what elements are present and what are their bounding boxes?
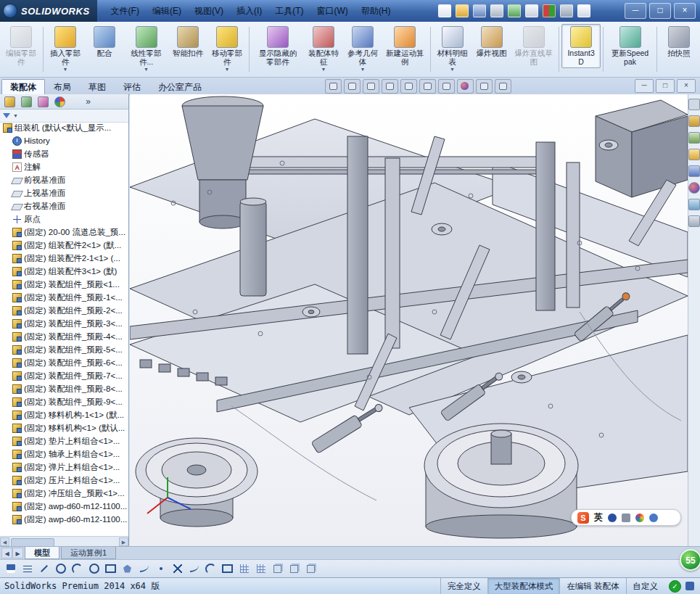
line-button[interactable]	[36, 561, 52, 577]
rebuild-button[interactable]	[542, 4, 556, 18]
open-button[interactable]	[455, 4, 469, 18]
zoom-area-icon[interactable]	[344, 79, 361, 94]
menu-item-H[interactable]: 帮助(H)	[355, 0, 398, 22]
smart-dimension-button[interactable]	[20, 561, 35, 577]
tree-item[interactable]: (固定) 轴承上料组合<1>...	[0, 447, 128, 461]
custom-properties-icon[interactable]	[688, 215, 700, 227]
tree-item[interactable]: (固定) 装配组件_预殿-7<...	[0, 369, 128, 382]
tree-item[interactable]: (固定) 20-00 流道总装_预...	[0, 226, 128, 239]
tab-装配体[interactable]: 装配体	[1, 79, 45, 94]
keyboard-icon[interactable]	[622, 513, 630, 522]
tree-item[interactable]: 传感器	[0, 147, 128, 160]
menu-item-T[interactable]: 工具(T)	[268, 0, 310, 22]
file-explorer-icon[interactable]	[688, 149, 700, 160]
menu-item-V[interactable]: 视图(V)	[188, 0, 230, 22]
window-minimize-button[interactable]: ─	[625, 3, 646, 19]
tree-item[interactable]: (固定) 装配组件_预殿-8<...	[0, 382, 128, 395]
ime-toolbar[interactable]: S 英	[571, 509, 681, 526]
tree-item[interactable]: (固定) 移料机构<1> (默认...	[0, 421, 128, 434]
previous-view-icon[interactable]	[363, 79, 379, 94]
collapse-arrow-icon[interactable]	[688, 99, 700, 110]
tree-item[interactable]: (固定) 装配组件_预殿<1...	[0, 278, 128, 291]
tree-item[interactable]: (固定) 装配组件_预殿-1<...	[0, 291, 128, 304]
save-button[interactable]	[472, 4, 487, 18]
graphics-viewport[interactable]: S 英	[130, 94, 688, 546]
doc-close-button[interactable]: ×	[677, 79, 696, 93]
zoom-fit-icon[interactable]	[325, 79, 342, 94]
trim-entities-button[interactable]	[170, 561, 185, 577]
tree-item[interactable]: (固定) 装配组件_预殿-4<...	[0, 330, 128, 343]
overlay-badge[interactable]: 55	[680, 549, 700, 571]
edit-appearance-icon[interactable]	[457, 79, 474, 94]
tree-item[interactable]: (固定) 移料机构-1<1> (默...	[0, 408, 128, 421]
tree-item[interactable]: (固定) awp-d60-m12-1100...	[0, 500, 128, 513]
ribbon-assembly-features-button[interactable]: 装配体特征▼	[304, 24, 343, 74]
panel-tab-display-manager[interactable]	[53, 96, 66, 107]
ribbon-speedpak-button[interactable]: 更新Speedpak	[606, 24, 654, 68]
tab-scroll-right-icon[interactable]: ▶	[12, 548, 23, 558]
settings-wrench-icon[interactable]	[649, 513, 658, 522]
tab-草图[interactable]: 草图	[80, 79, 115, 94]
print-button[interactable]	[490, 4, 504, 18]
window-maximize-button[interactable]: □	[649, 3, 671, 19]
linear-sketch-pattern-button[interactable]	[236, 561, 252, 577]
ribbon-insert-component-button[interactable]: 插入零部件▼	[46, 24, 85, 74]
doc-tab-模型[interactable]: 模型	[25, 547, 59, 559]
convert-entities-button[interactable]	[186, 561, 202, 577]
tree-item[interactable]: (固定) 压片上料组合<1>...	[0, 474, 128, 487]
ribbon-show-hidden-button[interactable]: 显示隐藏的零部件	[252, 24, 304, 68]
scroll-thumb[interactable]	[11, 538, 54, 547]
panel-expand-chevron[interactable]: »	[86, 94, 91, 109]
home-icon[interactable]	[688, 115, 700, 127]
tree-item[interactable]: 右视基准面	[0, 199, 128, 213]
ribbon-smart-fastener-button[interactable]: 智能扣件	[168, 24, 207, 59]
tree-item[interactable]: (固定) 弹片上料组合<1>...	[0, 461, 128, 474]
ribbon-mate-button[interactable]: 配合	[85, 24, 124, 59]
select-cursor-button[interactable]	[524, 4, 539, 18]
tab-scroll-left-icon[interactable]: ◀	[1, 548, 12, 558]
skin-palette-icon[interactable]	[635, 513, 644, 522]
view-orientation-icon[interactable]	[400, 79, 417, 94]
ribbon-motion-study-button[interactable]: 新建运动算例	[382, 24, 428, 68]
spline-button[interactable]	[136, 561, 152, 577]
ribbon-move-component-button[interactable]: 移动零部件▼	[207, 24, 247, 74]
ellipse-button[interactable]	[86, 561, 102, 577]
filter-dropdown-icon[interactable]: ▼	[13, 113, 18, 118]
mirror-entities-button[interactable]	[220, 561, 235, 577]
scroll-left-icon[interactable]: ◀	[0, 537, 9, 546]
view-settings-icon[interactable]	[495, 79, 511, 94]
scene-icon[interactable]	[688, 199, 700, 210]
centerpoint-arc-button[interactable]	[70, 561, 85, 577]
tree-item[interactable]: (固定) 装配组件_预殿-2<...	[0, 304, 128, 317]
doc-restore-button[interactable]: □	[656, 79, 675, 93]
ribbon-instant3d-button[interactable]: Instant3D	[561, 24, 601, 68]
tree-item[interactable]: (固定) awp-d60-m12-1100...	[0, 513, 128, 526]
display-style-button[interactable]	[270, 561, 285, 577]
apply-scene-icon[interactable]	[476, 79, 493, 94]
tree-item[interactable]: History	[0, 134, 128, 147]
panel-tab-property-manager[interactable]	[20, 96, 33, 107]
tree-item[interactable]: (固定) 装配组件_预殿-6<...	[0, 356, 128, 369]
ribbon-snapshot-button[interactable]: 拍快照	[659, 24, 699, 59]
circle-button[interactable]	[53, 561, 68, 577]
appearances-icon[interactable]	[688, 182, 700, 194]
menu-item-I[interactable]: 插入(I)	[230, 0, 268, 22]
panel-tab-configuration-manager[interactable]	[36, 96, 49, 107]
tree-item[interactable]: 原点	[0, 213, 128, 226]
filter-funnel-icon[interactable]	[3, 113, 10, 118]
ime-language-toggle[interactable]: 英	[594, 511, 603, 524]
tree-item[interactable]: 组装机 (默认<默认_显示...	[0, 121, 128, 134]
ribbon-reference-geometry-button[interactable]: 参考几何体▼	[343, 24, 382, 74]
options-button[interactable]	[559, 4, 574, 18]
view-palette-icon[interactable]	[688, 165, 700, 177]
scroll-track[interactable]	[9, 537, 119, 546]
display-style-icon[interactable]	[419, 79, 436, 94]
tab-布局[interactable]: 布局	[45, 79, 80, 94]
section-view-icon[interactable]	[382, 79, 398, 94]
section-view-button[interactable]	[303, 561, 318, 577]
tree-item[interactable]: 注解	[0, 160, 128, 173]
save-button[interactable]	[3, 561, 18, 577]
tab-评估[interactable]: 评估	[115, 79, 149, 94]
menu-item-W[interactable]: 窗口(W)	[310, 0, 355, 22]
tree-item[interactable]: 上视基准面	[0, 186, 128, 199]
